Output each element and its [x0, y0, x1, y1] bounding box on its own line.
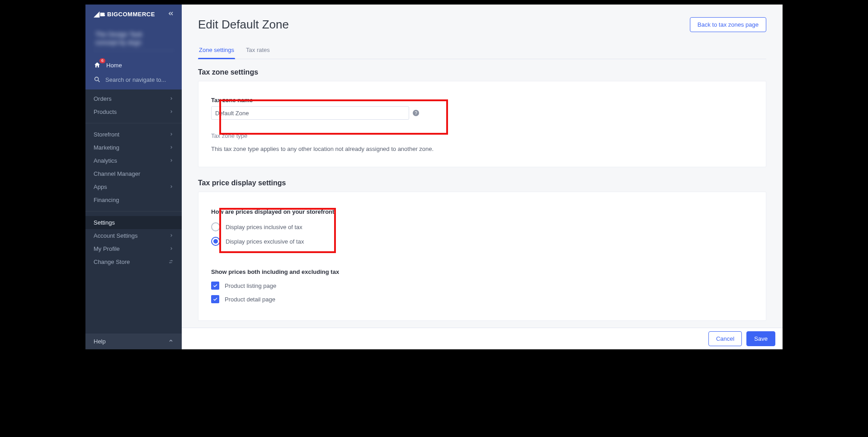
section-title-price-display: Tax price display settings — [198, 179, 766, 187]
sidebar-item-label: Analytics — [94, 157, 117, 164]
sidebar-item-label: Help — [94, 338, 106, 345]
checkbox-label: Product detail page — [225, 296, 275, 303]
sidebar-item-label: My Profile — [94, 245, 120, 252]
svg-point-0 — [95, 77, 99, 81]
chevron-right-icon — [169, 145, 174, 150]
sidebar-item-label: Storefront — [94, 131, 119, 138]
chevron-right-icon — [169, 246, 174, 252]
sidebar-item-label: Products — [94, 108, 117, 115]
sidebar-item-label: Settings — [94, 219, 115, 226]
brand-logo: BIGCOMMERCE — [93, 11, 155, 18]
checkbox-icon — [211, 295, 219, 303]
panel-price-display: How are prices displayed on your storefr… — [198, 192, 766, 321]
tab-tax-rates[interactable]: Tax rates — [245, 42, 271, 59]
sidebar-item-products[interactable]: Products — [85, 105, 182, 118]
back-button[interactable]: Back to tax zones page — [690, 17, 766, 32]
sidebar-item-label: Marketing — [94, 144, 119, 151]
sidebar-item-storefront[interactable]: Storefront — [85, 128, 182, 141]
sidebar-item-analytics[interactable]: Analytics — [85, 154, 182, 167]
help-icon[interactable]: ? — [413, 110, 419, 116]
sidebar-item-account-settings[interactable]: Account Settings — [85, 229, 182, 242]
checkbox-option[interactable]: Product listing page — [211, 279, 753, 292]
chevron-right-icon — [169, 132, 174, 137]
radio-button-icon — [211, 237, 220, 246]
swap-icon — [168, 259, 174, 265]
chevron-right-icon — [169, 158, 174, 164]
show-both-label: Show prices both including and excluding… — [211, 268, 753, 275]
sidebar-item-label: Apps — [94, 183, 107, 190]
checkbox-icon — [211, 282, 219, 290]
bigcommerce-logo-icon — [93, 11, 105, 18]
main-content: Edit Default Zone Back to tax zones page… — [182, 5, 783, 349]
page-title: Edit Default Zone — [198, 18, 289, 32]
checkbox-label: Product listing page — [225, 282, 276, 289]
sidebar-item-help[interactable]: Help — [85, 334, 182, 349]
sidebar-item-financing[interactable]: Financing — [85, 193, 182, 207]
chevron-right-icon — [169, 233, 174, 239]
notification-badge: 6 — [99, 58, 105, 63]
sidebar-item-change-store[interactable]: Change Store — [85, 255, 182, 268]
checkbox-option[interactable]: Product detail page — [211, 292, 753, 306]
sidebar-item-my-profile[interactable]: My Profile — [85, 242, 182, 255]
radio-label: Display prices exclusive of tax — [226, 238, 304, 245]
tax-zone-name-input[interactable] — [211, 106, 409, 120]
search-icon — [94, 76, 101, 83]
sidebar-item-marketing[interactable]: Marketing — [85, 141, 182, 154]
sidebar-item-label: Change Store — [94, 258, 130, 265]
chevron-right-icon — [169, 184, 174, 190]
tax-zone-name-label: Tax zone name — [211, 97, 753, 103]
sidebar-item-label: Orders — [94, 95, 112, 102]
sidebar: BIGCOMMERCE The Design Task concept by d… — [85, 5, 182, 349]
sidebar-item-home[interactable]: 6 Home — [85, 58, 182, 72]
radio-option[interactable]: Display prices inclusive of tax — [211, 220, 753, 234]
sidebar-item-label: Financing — [94, 197, 119, 203]
footer-action-bar: Cancel Save — [182, 328, 783, 349]
search-input[interactable]: Search or navigate to... — [85, 72, 182, 89]
search-placeholder: Search or navigate to... — [105, 76, 166, 83]
collapse-sidebar-button[interactable] — [167, 10, 175, 19]
sidebar-item-label: Home — [106, 62, 122, 69]
chevron-right-icon — [169, 109, 174, 115]
panel-zone-settings: Tax zone name ? Tax zone type This tax z… — [198, 81, 766, 167]
sidebar-item-settings[interactable]: Settings — [85, 216, 182, 229]
brand-name: BIGCOMMERCE — [107, 11, 155, 18]
tab-zone-settings[interactable]: Zone settings — [198, 42, 235, 59]
radio-button-icon — [211, 222, 220, 231]
save-button[interactable]: Save — [746, 331, 775, 346]
sidebar-item-apps[interactable]: Apps — [85, 180, 182, 193]
tax-zone-type-description: This tax zone type applies to any other … — [211, 146, 753, 152]
sidebar-item-label: Channel Manager — [94, 170, 140, 177]
tax-zone-type-label: Tax zone type — [211, 132, 753, 139]
store-name[interactable]: The Design Task concept by dsgn — [93, 27, 175, 51]
sidebar-item-label: Account Settings — [94, 232, 138, 239]
home-icon: 6 — [94, 61, 102, 69]
sidebar-item-orders[interactable]: Orders — [85, 92, 182, 105]
chevron-double-left-icon — [167, 10, 175, 17]
radio-option[interactable]: Display prices exclusive of tax — [211, 234, 753, 249]
chevron-up-icon — [168, 338, 174, 345]
chevron-right-icon — [169, 96, 174, 102]
section-title-zone-settings: Tax zone settings — [198, 68, 766, 76]
radio-label: Display prices inclusive of tax — [226, 224, 302, 230]
cancel-button[interactable]: Cancel — [708, 331, 742, 346]
sidebar-item-channel-manager[interactable]: Channel Manager — [85, 167, 182, 180]
price-display-question: How are prices displayed on your storefr… — [211, 208, 753, 215]
